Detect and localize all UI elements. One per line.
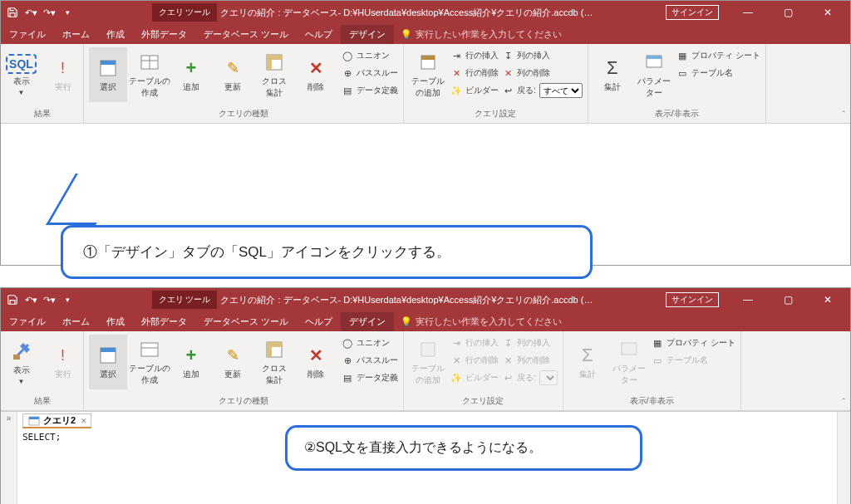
qat-more-icon[interactable]: ▾ [61, 6, 74, 19]
delete-query-button[interactable]: ✕ 削除 [297, 47, 335, 102]
maketable-button-2[interactable]: テーブルの 作成 [130, 335, 169, 389]
run-button[interactable]: ! 実行 [44, 47, 82, 102]
update-button-2[interactable]: ✎ 更新 [214, 335, 252, 389]
tab-file-2[interactable]: ファイル [1, 312, 54, 331]
undo-icon-2[interactable]: ↶▾ [24, 293, 37, 306]
nav-pane-collapsed[interactable]: » [1, 412, 17, 504]
passthrough-button[interactable]: ⊕パススルー [342, 65, 398, 81]
insert-rows-button[interactable]: ⇥行の挿入 [450, 47, 499, 64]
close-button[interactable]: ✕ [809, 1, 847, 24]
view-button[interactable]: SQL 表示 ▼ [2, 47, 41, 102]
collapse-ribbon-icon[interactable]: ˆ [842, 110, 845, 120]
delete-cols-icon: ✕ [502, 67, 514, 79]
select-query-button-2[interactable]: 選択 [89, 335, 127, 389]
crosstab-button-2[interactable]: クロス 集計 [255, 335, 293, 389]
property-sheet-button[interactable]: ▦プロパティ シート [676, 47, 760, 64]
delete-rows-button-2: ✕行の削除 [450, 352, 499, 369]
tell-me-search[interactable]: 💡 実行したい作業を入力してください [394, 28, 568, 41]
tab-design[interactable]: デザイン [341, 25, 394, 44]
save-icon[interactable] [6, 6, 19, 19]
return-rows[interactable]: ↩ 戻る: すべて [502, 82, 583, 99]
tab-dbtools[interactable]: データベース ツール [195, 25, 297, 44]
sql-text[interactable]: SELECT; [22, 432, 61, 443]
titlebar-2: ↶▾ ↷▾ ▾ クエリ ツール クエリの紹介 : データベース- D:¥HUse… [1, 288, 850, 311]
group-results-2: 表示 ▼ ! 実行 結果 [1, 331, 84, 410]
delete-rows-button[interactable]: ✕行の削除 [450, 65, 499, 81]
select-query-button[interactable]: 選択 [89, 47, 127, 102]
insert-cols-button[interactable]: ↧列の挿入 [502, 47, 583, 64]
maximize-button[interactable]: ▢ [769, 1, 807, 24]
property-icon: ▦ [676, 50, 688, 61]
tab-create-2[interactable]: 作成 [98, 312, 133, 331]
tab-home[interactable]: ホーム [54, 25, 98, 44]
datadef-button-2[interactable]: ▤データ定義 [342, 369, 398, 386]
redo-icon-2[interactable]: ↷▾ [42, 293, 56, 306]
tab-external[interactable]: 外部データ [133, 25, 195, 44]
svg-rect-9 [421, 56, 435, 60]
return-rows-2: ↩ 戻る: [502, 369, 558, 386]
lightbulb-icon: 💡 [401, 29, 412, 40]
delete-rows-icon: ✕ [450, 67, 462, 79]
maximize-button-2[interactable]: ▢ [769, 288, 807, 311]
design-view-icon [10, 340, 33, 363]
signin-button-2[interactable]: サインイン [666, 292, 719, 307]
tab-file[interactable]: ファイル [1, 25, 54, 44]
return-select[interactable]: すべて [539, 83, 583, 98]
undo-icon[interactable]: ↶▾ [24, 6, 37, 19]
showtable-icon-2 [416, 338, 440, 361]
scrollbar-vertical[interactable] [837, 412, 850, 504]
minimize-button[interactable]: ― [729, 1, 767, 24]
tab-home-2[interactable]: ホーム [54, 312, 98, 331]
tab-design-2[interactable]: デザイン [341, 312, 394, 331]
tell-me-search-2[interactable]: 💡 実行したい作業を入力してください [394, 316, 568, 328]
showtable-label: テーブル の追加 [411, 76, 445, 99]
tab-dbtools-2[interactable]: データベース ツール [195, 312, 297, 331]
table-names-button[interactable]: ▭テーブル名 [676, 65, 760, 81]
totals-button-2: Σ 集計 [568, 335, 607, 389]
redo-icon[interactable]: ↷▾ [42, 6, 56, 19]
minimize-button-2[interactable]: ― [729, 288, 767, 311]
tab-external-2[interactable]: 外部データ [133, 312, 195, 331]
close-button-2[interactable]: ✕ [809, 288, 847, 311]
builder-button[interactable]: ✨ビルダー [450, 82, 499, 99]
insert-cols-icon-2: ↧ [502, 337, 514, 349]
maketable-label-2: テーブルの 作成 [129, 363, 170, 386]
return-icon-2: ↩ [502, 372, 514, 384]
insert-cols-icon: ↧ [502, 50, 514, 61]
context-tab-label-2: クエリ ツール [152, 291, 218, 309]
parameters-button[interactable]: パラメーター [635, 47, 673, 102]
run-button-2[interactable]: ! 実行 [44, 335, 82, 389]
builder-icon-2: ✨ [450, 372, 462, 384]
append-button[interactable]: + 追加 [172, 47, 210, 102]
qat-more-icon-2[interactable]: ▾ [61, 293, 74, 306]
union-button-2[interactable]: ◯ユニオン [342, 335, 398, 351]
save-icon-2[interactable] [6, 293, 19, 306]
document-area: » クエリ2 SELECT; ②SQL文を直接入力できるようになる。 [1, 411, 850, 504]
delete-query-button-2[interactable]: ✕ 削除 [297, 335, 335, 389]
passthrough-button-2[interactable]: ⊕パススルー [342, 352, 398, 369]
sql-editor-area[interactable]: クエリ2 SELECT; ②SQL文を直接入力できるようになる。 [17, 412, 837, 504]
datadef-button[interactable]: ▤データ定義 [342, 82, 398, 99]
totals-button[interactable]: Σ 集計 [593, 47, 632, 102]
tab-help-2[interactable]: ヘルプ [297, 312, 341, 331]
delete-cols-button[interactable]: ✕列の削除 [502, 65, 583, 81]
collapse-ribbon-icon-2[interactable]: ˆ [842, 397, 845, 407]
showtable-button[interactable]: テーブル の追加 [409, 47, 447, 102]
signin-button[interactable]: サインイン [666, 5, 719, 20]
menubar: ファイル ホーム 作成 外部データ データベース ツール ヘルプ デザイン 💡 … [1, 24, 850, 44]
tab-help[interactable]: ヘルプ [297, 25, 341, 44]
query-tab[interactable]: クエリ2 [22, 413, 91, 428]
append-button-2[interactable]: + 追加 [172, 335, 210, 389]
maketable-button[interactable]: テーブルの 作成 [130, 47, 169, 102]
totals-label-2: 集計 [579, 369, 596, 380]
view-button-2[interactable]: 表示 ▼ [2, 335, 41, 389]
crosstab-button[interactable]: クロス 集計 [255, 47, 293, 102]
union-icon: ◯ [342, 50, 353, 61]
insert-rows-label: 行の挿入 [465, 50, 499, 61]
tab-create[interactable]: 作成 [98, 25, 133, 44]
table-names-icon-2: ▭ [652, 355, 663, 366]
update-button[interactable]: ✎ 更新 [214, 47, 252, 102]
delete-rows-label-2: 行の削除 [465, 355, 499, 366]
union-button[interactable]: ◯ユニオン [342, 47, 398, 64]
property-sheet-button-2[interactable]: ▦プロパティ シート [652, 335, 735, 351]
